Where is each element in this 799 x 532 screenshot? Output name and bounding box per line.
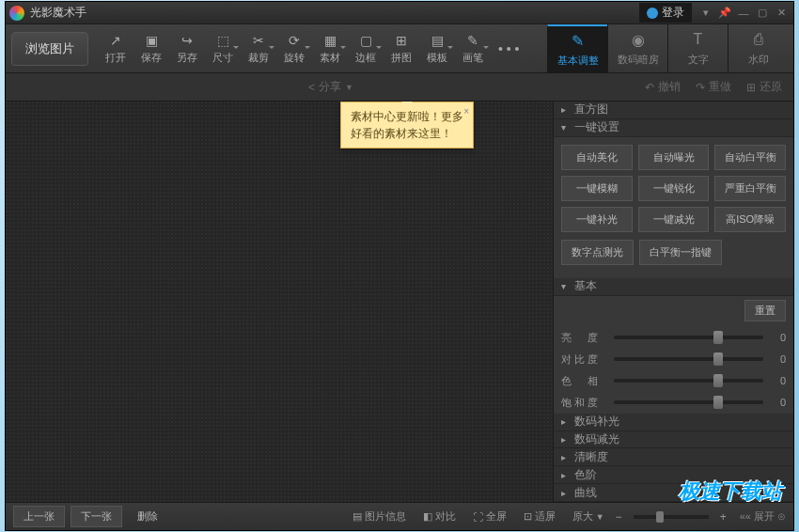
section-basic[interactable]: ▾基本 [554,278,793,296]
quick-btn-数字点测光[interactable]: 数字点测光 [561,240,634,265]
section-digital-reduce[interactable]: ▸数码减光 [554,431,793,449]
right-panel: ▸直方图 ▾一键设置 自动美化自动曝光自动白平衡一键模糊一键锐化严重白平衡一键补… [553,102,793,502]
tab-label: 基本调整 [557,54,599,68]
tab-文字[interactable]: T文字 [667,24,728,73]
expand-panel-button[interactable]: «« 展开 ⊙ [740,509,786,524]
slider-label: 亮 度 [561,331,608,345]
quick-btn-一键锐化[interactable]: 一键锐化 [638,176,710,201]
tool-打开[interactable]: ↗打开 [98,28,133,69]
reset-button[interactable]: 重置 [744,300,786,321]
delete-button[interactable]: 删除 [128,507,167,526]
tool-icon: ⟳ [286,32,303,49]
tool-素材[interactable]: ▦素材 [312,28,348,69]
section-digital-fill[interactable]: ▸数码补光 [554,414,793,431]
section-levels[interactable]: ▸色阶 [554,466,793,484]
main-area: × 素材中心更新啦！更多 好看的素材来这里！ ▸直方图 ▾一键设置 自动美化自动… [6,102,793,502]
tab-数码暗房[interactable]: ◉数码暗房 [607,24,667,73]
tab-icon: T [689,30,708,49]
slider-track[interactable] [614,400,763,404]
more-tools[interactable]: • • • [491,38,526,60]
slider-track[interactable] [614,336,763,339]
next-image-button[interactable]: 下一张 [70,506,122,527]
quick-btn-白平衡一指键[interactable]: 白平衡一指键 [639,240,722,265]
tooltip-close-icon[interactable]: × [463,104,469,118]
dropdown-button[interactable]: ▾ [697,5,714,22]
undo-button[interactable]: ↶撤销 [645,79,681,95]
tool-模板[interactable]: ▤模板 [419,28,455,69]
section-histogram[interactable]: ▸直方图 [554,102,793,119]
tool-label: 打开 [105,51,126,65]
quick-btn-自动曝光[interactable]: 自动曝光 [638,145,710,170]
tab-水印[interactable]: ⎙水印 [728,24,788,73]
tool-拼图[interactable]: ⊞拼图 [384,28,419,69]
redo-icon: ↷ [696,81,705,94]
tab-label: 文字 [688,53,709,67]
tool-画笔[interactable]: ✎画笔 [455,28,491,69]
slider-thumb[interactable] [713,396,723,409]
quick-btn-严重白平衡[interactable]: 严重白平衡 [714,176,786,201]
share-button[interactable]: <分享▼ [308,79,353,95]
tool-icon: ✎ [464,32,481,49]
tool-icon: ↗ [107,32,124,49]
browse-images-button[interactable]: 浏览图片 [11,32,88,66]
quick-btn-高ISO降噪[interactable]: 高ISO降噪 [714,207,786,232]
tool-边框[interactable]: ▢边框 [348,28,384,69]
tool-尺寸[interactable]: ⬚尺寸 [205,28,241,69]
quick-btn-自动美化[interactable]: 自动美化 [561,145,633,170]
quick-btn-自动白平衡[interactable]: 自动白平衡 [714,145,786,170]
zoom-slider[interactable] [634,515,709,519]
prev-image-button[interactable]: 上一张 [13,506,65,527]
original-size-button[interactable]: 原大▼ [567,509,610,524]
fullscreen-icon: ⛶ [473,511,483,523]
minimize-button[interactable]: — [735,5,752,22]
zoom-out-icon[interactable]: − [616,510,622,524]
quick-btn-一键模糊[interactable]: 一键模糊 [561,176,633,201]
chevron-right-icon: ▸ [561,488,571,498]
section-clarity[interactable]: ▸清晰度 [554,448,793,466]
slider-track[interactable] [614,357,763,361]
slider-label: 对比度 [561,352,608,367]
secondary-bar: <分享▼ ↶撤销 ↷重做 ⊞还原 [6,73,793,102]
maximize-button[interactable]: ▢ [754,5,771,22]
fullscreen-button[interactable]: ⛶全屏 [467,509,512,524]
canvas-area[interactable]: × 素材中心更新啦！更多 好看的素材来这里！ [6,102,553,502]
zoom-thumb[interactable] [656,511,664,523]
tool-另存[interactable]: ↪另存 [169,28,205,69]
section-curves[interactable]: ▸曲线 [554,484,793,502]
login-label: 登录 [662,5,684,21]
tool-裁剪[interactable]: ✂裁剪 [241,28,276,69]
tool-label: 另存 [177,51,197,65]
tool-label: 拼图 [391,51,412,65]
tooltip-line2: 好看的素材来这里！ [351,125,463,142]
restore-button[interactable]: ⊞还原 [746,79,782,95]
restore-icon: ⊞ [746,81,756,94]
tool-保存[interactable]: ▣保存 [133,28,169,69]
tool-label: 画笔 [462,51,483,65]
image-info-button[interactable]: ▤图片信息 [347,509,412,524]
compare-button[interactable]: ◧对比 [417,509,462,524]
section-oneclick[interactable]: ▾一键设置 [554,119,793,137]
slider-thumb[interactable] [713,352,723,366]
quick-btn-一键减光[interactable]: 一键减光 [638,207,710,232]
zoom-in-icon[interactable]: + [720,510,727,524]
bottom-bar: 上一张 下一张 删除 ▤图片信息 ◧对比 ⛶全屏 ⊡适屏 原大▼ − + «« … [6,502,793,530]
info-icon: ▤ [352,510,362,523]
slider-value: 0 [769,375,786,386]
person-icon [647,8,658,19]
tab-基本调整[interactable]: ✎基本调整 [547,24,607,73]
chevron-right-icon: ▸ [561,470,571,480]
login-button[interactable]: 登录 [639,3,692,23]
app-title: 光影魔术手 [30,5,639,21]
slider-thumb[interactable] [713,374,723,387]
pin-button[interactable]: 📌 [716,5,733,22]
material-tooltip: × 素材中心更新啦！更多 好看的素材来这里！ [340,102,474,149]
share-icon: < [308,81,315,94]
chevron-right-icon: ▸ [561,434,571,445]
fit-screen-button[interactable]: ⊡适屏 [518,509,561,524]
close-button[interactable]: ✕ [773,5,790,22]
slider-track[interactable] [614,379,763,383]
quick-btn-一键补光[interactable]: 一键补光 [561,207,633,232]
redo-button[interactable]: ↷重做 [696,79,731,95]
slider-thumb[interactable] [713,331,723,344]
tool-旋转[interactable]: ⟳旋转 [276,28,312,69]
